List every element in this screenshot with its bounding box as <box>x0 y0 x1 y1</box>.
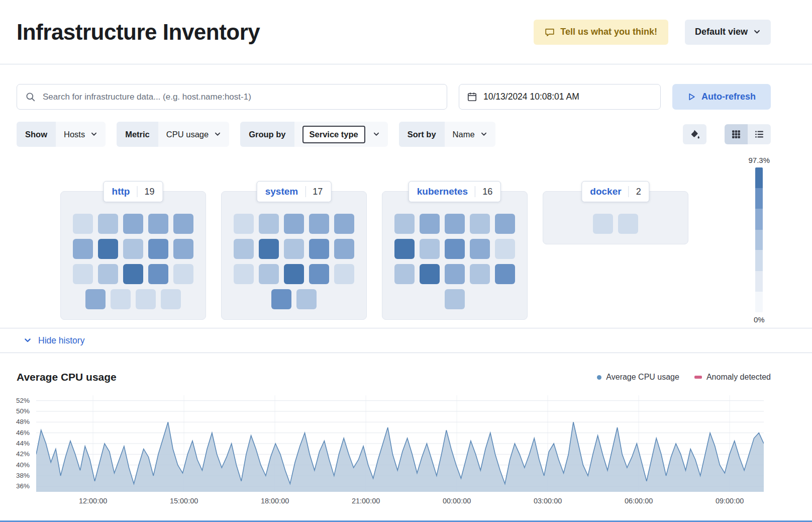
host-square[interactable] <box>309 214 329 234</box>
host-square[interactable] <box>173 239 193 259</box>
show-select[interactable]: Show Hosts <box>17 122 106 147</box>
host-square[interactable] <box>284 239 304 259</box>
host-square[interactable] <box>73 239 93 259</box>
y-axis-label: 38% <box>16 472 30 479</box>
waffle-row <box>394 239 515 259</box>
group-label-kubernetes[interactable]: kubernetes16 <box>409 181 501 202</box>
group-by-value[interactable]: Service type <box>302 126 365 143</box>
group-by-select[interactable]: Group by Service type <box>240 122 388 147</box>
host-square[interactable] <box>161 289 181 309</box>
sort-by-select[interactable]: Sort by Name <box>399 122 495 147</box>
legend-item-average-cpu[interactable]: Average CPU usage <box>597 373 679 382</box>
metric-label: Metric <box>117 122 158 147</box>
host-square[interactable] <box>334 239 354 259</box>
auto-refresh-button[interactable]: Auto-refresh <box>672 84 771 110</box>
host-square[interactable] <box>618 214 638 234</box>
host-square[interactable] <box>296 289 317 309</box>
list-view-button[interactable] <box>748 124 771 144</box>
host-square[interactable] <box>148 214 168 234</box>
host-square[interactable] <box>234 214 254 234</box>
legend-item-anomaly[interactable]: Anomaly detected <box>694 373 771 382</box>
grid-view-button[interactable] <box>725 124 748 144</box>
host-square[interactable] <box>309 239 329 259</box>
host-square[interactable] <box>445 289 465 309</box>
host-square[interactable] <box>420 239 440 259</box>
metric-select[interactable]: Metric CPU usage <box>117 122 229 147</box>
date-picker-value: 10/13/2024 10:08:01 AM <box>483 92 579 102</box>
search-input[interactable] <box>42 92 438 103</box>
chart-title: Average CPU usage <box>17 371 117 383</box>
hide-history-toggle[interactable]: Hide history <box>0 328 812 353</box>
group-count: 19 <box>144 187 154 197</box>
group-label-system[interactable]: system17 <box>257 181 332 202</box>
host-square[interactable] <box>420 214 440 234</box>
date-picker-button[interactable]: 10/13/2024 10:08:01 AM <box>459 84 661 110</box>
default-view-button[interactable]: Default view <box>685 20 771 45</box>
host-square[interactable] <box>259 214 279 234</box>
host-square[interactable] <box>259 264 279 284</box>
group-label-divider <box>137 186 137 197</box>
host-square[interactable] <box>445 239 465 259</box>
host-square[interactable] <box>470 214 490 234</box>
host-square[interactable] <box>495 264 515 284</box>
group-label-docker[interactable]: docker2 <box>581 181 649 202</box>
x-axis-label: 09:00:00 <box>716 497 744 505</box>
host-square[interactable] <box>173 214 193 234</box>
host-square[interactable] <box>309 264 329 284</box>
host-square[interactable] <box>259 239 279 259</box>
host-square[interactable] <box>98 264 118 284</box>
host-square[interactable] <box>284 264 304 284</box>
page-title: Infrastructure Inventory <box>17 20 260 45</box>
host-square[interactable] <box>98 239 118 259</box>
search-box[interactable] <box>17 84 447 110</box>
host-square[interactable] <box>394 239 415 259</box>
feedback-button-label: Tell us what you think! <box>560 27 657 37</box>
waffle-group-kubernetes: kubernetes16 <box>382 191 528 320</box>
y-axis-label: 42% <box>16 450 30 458</box>
legend-max-value: 97.3% <box>748 156 770 164</box>
host-square[interactable] <box>394 264 415 284</box>
waffle-row <box>555 214 676 234</box>
group-name: docker <box>590 186 621 197</box>
host-square[interactable] <box>445 214 465 234</box>
host-square[interactable] <box>148 264 168 284</box>
host-square[interactable] <box>234 264 254 284</box>
group-label-http[interactable]: http19 <box>104 181 163 202</box>
host-square[interactable] <box>394 214 415 234</box>
host-square[interactable] <box>234 239 254 259</box>
host-square[interactable] <box>593 214 613 234</box>
chart-plot-area <box>36 395 764 492</box>
host-square[interactable] <box>173 264 193 284</box>
host-square[interactable] <box>136 289 156 309</box>
host-square[interactable] <box>123 214 143 234</box>
host-square[interactable] <box>73 264 93 284</box>
host-square[interactable] <box>111 289 131 309</box>
host-square[interactable] <box>495 214 515 234</box>
fill-color-button[interactable] <box>683 124 706 144</box>
host-square[interactable] <box>85 289 106 309</box>
host-square[interactable] <box>445 264 465 284</box>
infrastructure-inventory-page: Infrastructure Inventory Tell us what yo… <box>0 0 812 522</box>
host-square[interactable] <box>470 264 490 284</box>
host-square[interactable] <box>123 264 143 284</box>
feedback-button[interactable]: Tell us what you think! <box>534 20 668 45</box>
host-square[interactable] <box>98 214 118 234</box>
list-icon <box>755 130 764 139</box>
waffle-groups: http19system17kubernetes16docker2 <box>60 191 812 320</box>
host-square[interactable] <box>73 214 93 234</box>
host-square[interactable] <box>495 239 515 259</box>
anomaly-swatch-icon <box>694 376 702 379</box>
host-square[interactable] <box>334 264 354 284</box>
host-square[interactable] <box>420 264 440 284</box>
host-square[interactable] <box>284 214 304 234</box>
host-square[interactable] <box>123 239 143 259</box>
host-square[interactable] <box>334 214 354 234</box>
chevron-down-icon <box>480 131 487 138</box>
waffle-group-http: http19 <box>60 191 206 320</box>
host-square[interactable] <box>148 239 168 259</box>
waffle-row <box>234 214 354 234</box>
cpu-area-chart-svg <box>36 395 764 492</box>
host-square[interactable] <box>470 239 490 259</box>
host-square[interactable] <box>271 289 291 309</box>
waffle-row <box>73 214 193 234</box>
